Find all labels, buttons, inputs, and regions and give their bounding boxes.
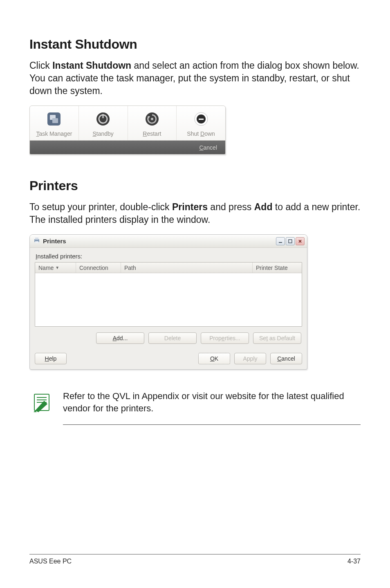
- restart-icon: [143, 110, 161, 128]
- printers-window: Printers Installed printers: Name ▼ Conn…: [29, 234, 307, 370]
- text-bold: Instant Shutdown: [52, 60, 131, 71]
- apply-button[interactable]: Apply: [234, 353, 266, 364]
- note-block: Refer to the QVL in Appendix or visit ou…: [29, 390, 361, 424]
- printers-list[interactable]: Name ▼ Connection Path Printer State: [35, 262, 302, 327]
- text: as Default: [268, 335, 295, 341]
- text: A: [113, 335, 117, 341]
- text: and press: [208, 202, 254, 212]
- text: dd...: [117, 335, 128, 341]
- delete-button[interactable]: Delete: [148, 332, 197, 344]
- shut-down-label: Shut Down: [177, 130, 225, 137]
- text: Prop: [209, 335, 222, 341]
- text: R: [143, 130, 147, 137]
- text-bold: Add: [254, 202, 273, 212]
- shutdown-footer: Cancel: [30, 140, 225, 154]
- svg-rect-15: [279, 242, 282, 243]
- para-printers: To setup your printer, double-click Prin…: [29, 201, 361, 226]
- add-button[interactable]: Add...: [96, 332, 144, 344]
- text: K: [215, 355, 218, 362]
- note-icon: [31, 392, 52, 415]
- column-path[interactable]: Path: [121, 263, 253, 273]
- heading-printers: Printers: [29, 178, 361, 193]
- column-connection[interactable]: Connection: [76, 263, 121, 273]
- column-label: Connection: [79, 265, 108, 271]
- shut-down-icon: [192, 110, 210, 128]
- standby-icon: [94, 110, 112, 128]
- note-text: Refer to the QVL in Appendix or visit ou…: [63, 390, 361, 424]
- svg-rect-2: [52, 118, 58, 123]
- standby-button[interactable]: Standby: [79, 106, 128, 140]
- task-manager-label: Task Manager: [30, 130, 78, 137]
- set-as-default-button[interactable]: Set as Default: [253, 332, 301, 344]
- task-manager-icon: [45, 110, 63, 128]
- text: ancel: [281, 355, 295, 362]
- column-label: Path: [124, 265, 136, 271]
- heading-instant-shutdown: Instant Shutdown: [29, 37, 361, 52]
- text: Apply: [243, 355, 257, 362]
- sort-descending-icon: ▼: [55, 265, 59, 270]
- installed-printers-label: Installed printers:: [36, 253, 302, 260]
- text: Se: [259, 335, 266, 341]
- shut-down-button[interactable]: Shut Down: [177, 106, 225, 140]
- text: elp: [49, 355, 57, 362]
- restart-button[interactable]: Restart: [128, 106, 177, 140]
- svg-rect-14: [35, 241, 38, 243]
- text: own: [204, 130, 215, 137]
- footer-left: ASUS Eee PC: [29, 558, 72, 565]
- text: O: [210, 355, 215, 362]
- column-label: Printer State: [256, 265, 288, 271]
- text-bold: Printers: [172, 202, 208, 212]
- page-footer: ASUS Eee PC 4-37: [29, 554, 361, 565]
- column-label: Name: [38, 265, 54, 271]
- window-title: Printers: [43, 238, 66, 245]
- svg-rect-13: [35, 238, 38, 240]
- shutdown-options-row: Task Manager Standby: [30, 106, 225, 140]
- text: rties...: [225, 335, 240, 341]
- text: Shut: [187, 130, 200, 137]
- text: Click: [29, 60, 52, 71]
- svg-rect-11: [199, 119, 204, 120]
- text: D: [200, 130, 204, 137]
- text: nstalled printers:: [37, 253, 82, 260]
- footer-right: 4-37: [347, 558, 361, 565]
- svg-rect-5: [103, 114, 104, 118]
- column-printer-state[interactable]: Printer State: [253, 263, 302, 273]
- cancel-button[interactable]: Cancel: [199, 144, 217, 151]
- para-instant-shutdown: Click Instant Shutdown and select an act…: [29, 59, 361, 97]
- properties-button[interactable]: Properties...: [201, 332, 249, 344]
- text: H: [45, 355, 49, 362]
- text: ancel: [204, 144, 217, 151]
- text: Delete: [164, 335, 181, 341]
- cancel-button[interactable]: Cancel: [270, 353, 302, 364]
- text: e: [222, 335, 225, 341]
- column-name[interactable]: Name ▼: [35, 263, 76, 273]
- printer-icon: [33, 237, 40, 246]
- maximize-button[interactable]: [286, 237, 295, 245]
- text: S: [92, 130, 96, 137]
- svg-rect-16: [289, 240, 292, 243]
- svg-point-8: [151, 118, 153, 120]
- text: tandby: [96, 130, 114, 137]
- text: ask Manager: [39, 130, 72, 137]
- close-button[interactable]: [296, 237, 305, 245]
- standby-label: Standby: [79, 130, 128, 137]
- help-button[interactable]: Help: [35, 353, 67, 364]
- instant-shutdown-dialog: Task Manager Standby: [29, 105, 226, 155]
- task-manager-button[interactable]: Task Manager: [30, 106, 79, 140]
- minimize-button[interactable]: [276, 237, 285, 245]
- text: C: [199, 144, 203, 151]
- ok-button[interactable]: OK: [198, 353, 230, 364]
- titlebar[interactable]: Printers: [30, 235, 307, 248]
- text: estart: [147, 130, 161, 137]
- text: To setup your printer, double-click: [29, 202, 172, 212]
- restart-label: Restart: [128, 130, 177, 137]
- list-header: Name ▼ Connection Path Printer State: [35, 263, 302, 273]
- text: C: [277, 355, 281, 362]
